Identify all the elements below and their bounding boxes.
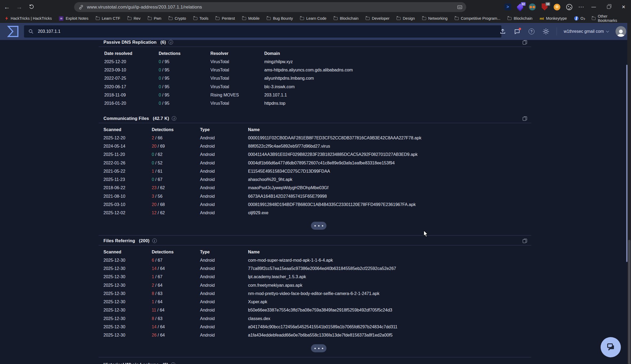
bookmark-item[interactable]: Networking (422, 16, 448, 21)
table-row[interactable]: 2022-01-260 / 52Android0004df1b66d6a477d… (99, 159, 531, 167)
table-row[interactable]: 2023-09-100 / 95VirusTotalams-httpdns.al… (99, 66, 531, 74)
bookmark-item[interactable]: Bug Bounty (267, 16, 293, 21)
upload-icon[interactable] (499, 28, 506, 35)
bookmark-item[interactable]: OffSec (574, 16, 584, 21)
reading-list-grid-icon[interactable] (457, 5, 462, 10)
table-row[interactable]: 2024-05-1420 / 69Android88f0522c2f9c4ae5… (99, 142, 531, 150)
table-row[interactable]: 2025-03-1020 / 68Android000819912848D194… (99, 200, 531, 209)
load-more-button[interactable] (311, 344, 326, 352)
bookmark-item[interactable]: Crypto (169, 16, 186, 21)
table-row[interactable]: 2020-06-170 / 95VirusTotalblc-3.inswk.co… (99, 83, 531, 91)
name-cell[interactable]: a0417484c90bcc172456a54525415541b01589a1… (248, 325, 531, 329)
table-row[interactable]: 2025-12-3026 / 64Androida1fa434eddebfead… (99, 331, 531, 339)
bookmark-item[interactable]: Blockchain (508, 16, 532, 21)
name-cell[interactable]: b50e66ee3387e7554c3ffd7ba08e759a3849fae2… (248, 308, 531, 313)
table-row[interactable]: 2025-11-230 / 67Androidahaschool%20_9ht.… (99, 175, 531, 184)
extension-shield-icon[interactable]: 10 (541, 3, 548, 11)
bookmark-item[interactable]: ☠Exploit Notes (59, 16, 88, 21)
domain-cell[interactable]: mingzhilpw.xyz (264, 59, 531, 64)
domain-cell[interactable]: aliyunhttpdns.lmbang.com (264, 76, 531, 81)
table-row[interactable]: 2025-12-3014 / 64Android77ca89f2cc57ea15… (99, 264, 531, 273)
extension-cookie-icon[interactable] (565, 3, 573, 11)
bookmark-item[interactable]: Learn Code (300, 16, 326, 21)
name-cell[interactable]: ahaschool%20_9ht.apk (248, 177, 531, 182)
other-bookmarks-button[interactable]: Other Bookmarks (592, 14, 627, 23)
name-cell[interactable]: oljl929.exe (248, 211, 531, 215)
theme-toggle-icon[interactable] (542, 28, 550, 35)
name-cell[interactable]: com-mod-super-wizard-mod-apk-1-1-6-4.apk (248, 258, 531, 263)
name-cell[interactable]: maaoPsofJcJywepWdygH2BOhpMbe03Gf (248, 185, 531, 190)
table-row[interactable]: 2018-06-2223 / 62AndroidmaaoPsofJcJywepW… (99, 184, 531, 192)
name-cell[interactable]: com.freetymekiyan.apas.apk (248, 283, 531, 288)
bookmark-item[interactable]: Blockchain (334, 16, 358, 21)
table-row[interactable]: 2025-12-308 / 63Androidnm-mod-prettyo-vi… (99, 289, 531, 298)
table-row[interactable]: 2025-12-301 / 67Androidlpt.academy.teach… (99, 273, 531, 281)
extension-terminal-icon[interactable]: > (504, 3, 512, 11)
restore-icon[interactable] (601, 0, 616, 14)
name-cell[interactable]: 88f0522c2f9c4ae5892eb5f77d96bd27.virus (248, 144, 531, 149)
table-row[interactable]: 2025-12-3014 / 64Androida0417484c90bcc17… (99, 323, 531, 331)
avatar[interactable] (616, 26, 626, 37)
name-cell[interactable]: 77ca89f2cc57ea15eaa5c97386e20064ed40b631… (248, 266, 531, 271)
extension-spy-icon[interactable] (529, 3, 536, 11)
bookmark-item[interactable]: Developer (366, 16, 389, 21)
info-icon[interactable]: i (171, 362, 175, 364)
name-cell[interactable]: classes.dex (248, 316, 531, 321)
reload-icon[interactable] (26, 2, 37, 12)
name-cell[interactable]: 0004114AA3B91E024F029B822B3F23B18234885D… (248, 152, 531, 157)
minimize-icon[interactable]: — (586, 0, 601, 14)
info-icon[interactable]: i (169, 40, 173, 45)
name-cell[interactable]: nm-mod-prettyo-video-face-body-editor-se… (248, 291, 531, 296)
name-cell[interactable]: lpt.academy.teacher_1.5.3.apk (248, 274, 531, 279)
bookmark-item[interactable]: Pentest (215, 16, 235, 21)
table-row[interactable]: 2025-12-3011 / 64Androidb50e66ee3387e755… (99, 306, 531, 314)
bookmark-item[interactable]: HackTricks | HackTricks (5, 16, 52, 21)
name-cell[interactable]: 6673AA164B142D274857415F65E79998 (248, 194, 531, 199)
table-row[interactable]: 2021-05-221 / 61AndroidE11545E49515834CD… (99, 167, 531, 175)
bookmark-item[interactable]: Mobile (242, 16, 260, 21)
table-row[interactable]: 2018-11-090 / 95Rising MOVES203.107.1.1 (99, 91, 531, 99)
extension-layers-icon[interactable]: 22 (516, 3, 524, 11)
table-row[interactable]: 2025-12-301 / 64AndroidXuper.apk (99, 298, 531, 306)
bookmarks-overflow-chevron-icon[interactable]: › (584, 15, 585, 22)
chat-fab-button[interactable] (601, 337, 621, 357)
url-bar[interactable]: www.virustotal.com/gui/ip-address/203.10… (74, 2, 466, 12)
comments-icon[interactable] (513, 28, 521, 35)
close-icon[interactable]: ✕ (616, 0, 631, 14)
table-row[interactable]: 2025-12-308 / 63Androidclasses.dex (99, 314, 531, 323)
domain-cell[interactable]: blc-3.inswk.com (264, 84, 531, 89)
bookmark-item[interactable]: Pwn (148, 16, 161, 21)
bookmark-item[interactable]: mtMonkeytype (540, 16, 567, 21)
copy-icon[interactable] (523, 40, 527, 45)
table-row[interactable]: 2022-07-250 / 95VirusTotalaliyunhttpdns.… (99, 74, 531, 83)
back-icon[interactable]: ← (2, 2, 12, 12)
table-row[interactable]: 2025-12-0212 / 62Androidoljl929.exe (99, 209, 531, 217)
info-icon[interactable]: i (152, 238, 157, 243)
forward-icon[interactable]: → (14, 2, 25, 12)
search-input[interactable]: 203.107.1.1 (24, 25, 501, 38)
scrollbar-thumb[interactable] (628, 240, 630, 364)
table-row[interactable]: 2025-12-306 / 67Androidcom-mod-super-wiz… (99, 256, 531, 264)
bookmark-item[interactable]: Design (397, 16, 415, 21)
account-menu[interactable]: w1thresec gmail com (564, 29, 609, 34)
table-row[interactable]: 2016-01-200 / 95VirusTotalhttpdns.top (99, 99, 531, 107)
bookmark-item[interactable]: Rev (127, 16, 141, 21)
name-cell[interactable]: 000819912848D194BDF7B6803C1AB4B4335C2330… (248, 202, 531, 207)
extension-hamster-icon[interactable] (553, 3, 561, 11)
table-row[interactable]: 2021-08-103 / 56Android6673AA164B142D274… (99, 192, 531, 200)
load-more-button[interactable] (311, 222, 326, 230)
name-cell[interactable]: 000019911F02CB0DAAF281EB8F7ED3CF52CC8DB3… (248, 136, 531, 140)
name-cell[interactable]: Xuper.apk (248, 300, 531, 304)
inner-scrollbar-thumb[interactable] (626, 65, 628, 262)
name-cell[interactable]: E11545E49515834CD275C7D13D99FDAA (248, 169, 531, 174)
table-row[interactable]: 2025-12-202 / 66Android000019911F02CB0DA… (99, 134, 531, 142)
table-row[interactable]: 2025-12-200 / 95VirusTotalmingzhilpw.xyz (99, 58, 531, 66)
bookmark-item[interactable]: Tools (193, 16, 209, 21)
domain-cell[interactable]: httpdns.top (264, 101, 531, 106)
bookmark-item[interactable]: Learn CTF (96, 16, 120, 21)
domain-cell[interactable]: 203.107.1.1 (264, 93, 531, 98)
table-row[interactable]: 2025-12-302 / 64Androidcom.freetymekiyan… (99, 281, 531, 289)
bookmark-item[interactable]: Competitive Program... (455, 16, 500, 21)
copy-icon[interactable] (523, 116, 527, 121)
name-cell[interactable]: a1fa434eddebfeadd66e0e7b6ba558c1336fa13d… (248, 333, 531, 338)
